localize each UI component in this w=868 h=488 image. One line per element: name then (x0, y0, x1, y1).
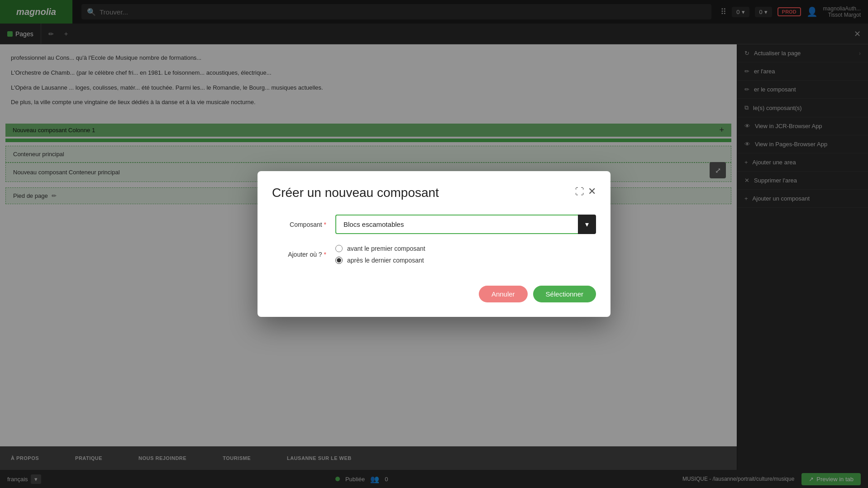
composant-select-wrapper: ▾ (335, 215, 596, 234)
dialog-title: Créer un nouveau composant (272, 186, 439, 200)
radio-avant-label: avant le premier composant (347, 245, 425, 252)
ajouter-required: * (324, 251, 326, 258)
ajouter-label: Ajouter où ? * (272, 251, 335, 258)
composant-form-row: Composant * ▾ (272, 215, 596, 234)
ajouter-form-row: Ajouter où ? * avant le premier composan… (272, 245, 596, 264)
composant-label: Composant * (272, 221, 335, 228)
dialog-header: Créer un nouveau composant ⛶ ✕ (272, 186, 596, 200)
dialog-expand-button[interactable]: ⛶ (575, 186, 584, 197)
select-button[interactable]: Sélectionner (533, 286, 596, 302)
radio-row-1: avant le premier composant (335, 245, 425, 252)
cancel-button[interactable]: Annuler (479, 286, 528, 302)
radio-apres[interactable] (335, 257, 343, 264)
dialog-close-button[interactable]: ✕ (588, 186, 596, 197)
create-composant-dialog: Créer un nouveau composant ⛶ ✕ Composant… (258, 171, 610, 317)
composant-required: * (324, 221, 326, 228)
dialog-footer: Annuler Sélectionner (272, 286, 596, 302)
dialog-header-buttons: ⛶ ✕ (575, 186, 596, 197)
radio-row-2: après le dernier composant (335, 257, 425, 264)
dialog-overlay: Créer un nouveau composant ⛶ ✕ Composant… (0, 0, 868, 488)
composant-dropdown-button[interactable]: ▾ (578, 215, 596, 234)
composant-input[interactable] (335, 215, 578, 234)
radio-avant[interactable] (335, 245, 343, 252)
radio-group: avant le premier composant après le dern… (335, 245, 425, 264)
radio-apres-label: après le dernier composant (347, 257, 424, 264)
